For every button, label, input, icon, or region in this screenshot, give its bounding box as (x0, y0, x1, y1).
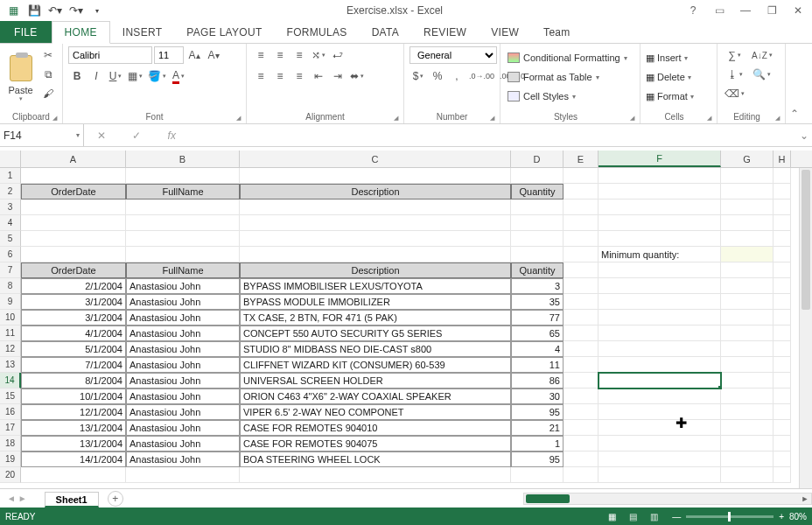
select-all-button[interactable] (0, 150, 21, 167)
qat-customize-icon[interactable]: ▾ (88, 2, 107, 19)
normal-view-icon[interactable]: ▦ (602, 509, 621, 523)
cell[interactable] (598, 215, 721, 231)
cell[interactable] (598, 404, 721, 420)
row-header[interactable]: 1 (0, 168, 21, 184)
merge-center-icon[interactable]: ⬌ (348, 67, 366, 85)
cell[interactable]: Anastasiou John (126, 404, 240, 420)
align-right-icon[interactable]: ≡ (290, 67, 308, 85)
cell[interactable] (564, 404, 598, 420)
col-D[interactable]: D (511, 150, 564, 167)
font-size-input[interactable] (154, 46, 184, 64)
cell[interactable]: Quantity (511, 184, 564, 200)
sheet-nav[interactable]: ◄ ► (0, 494, 34, 503)
row-header[interactable]: 18 (0, 436, 21, 452)
cell[interactable] (564, 231, 598, 247)
cell[interactable]: 3/1/2004 (21, 310, 126, 326)
cell[interactable] (21, 215, 126, 231)
page-break-view-icon[interactable]: ▥ (644, 509, 663, 523)
conditional-formatting-button[interactable]: Conditional Formatting ▾ (506, 49, 629, 66)
cell[interactable] (126, 168, 240, 184)
decrease-indent-icon[interactable]: ⇤ (310, 67, 327, 85)
formula-input[interactable] (189, 124, 796, 146)
cell[interactable] (774, 467, 791, 483)
cell[interactable]: Minimum quantity: (598, 247, 721, 262)
cell[interactable]: 7/1/2004 (21, 357, 126, 373)
cell[interactable]: Anastasiou John (126, 436, 240, 452)
cell[interactable] (564, 278, 598, 294)
cell[interactable]: Anastasiou John (126, 341, 240, 357)
cell[interactable]: 11 (511, 357, 564, 373)
cell[interactable] (598, 184, 721, 200)
cell[interactable]: Anastasiou John (126, 357, 240, 373)
font-name-input[interactable] (68, 46, 152, 64)
cell[interactable] (774, 184, 791, 200)
row-header[interactable]: 2 (0, 184, 21, 200)
cell[interactable] (564, 357, 598, 373)
increase-font-icon[interactable]: A▴ (186, 46, 203, 64)
row-header[interactable]: 15 (0, 388, 21, 404)
cell[interactable]: 4/1/2004 (21, 326, 126, 341)
cell[interactable] (774, 215, 791, 231)
cut-icon[interactable]: ✂ (39, 46, 57, 64)
cell[interactable] (564, 247, 598, 262)
row-header[interactable]: 4 (0, 215, 21, 231)
cell[interactable] (774, 436, 791, 452)
cell[interactable] (774, 262, 791, 278)
cell[interactable]: 1 (511, 436, 564, 452)
cell[interactable]: 5/1/2004 (21, 341, 126, 357)
cell[interactable]: Anastasiou John (126, 326, 240, 341)
cell[interactable] (21, 231, 126, 247)
align-middle-icon[interactable]: ≡ (271, 46, 289, 64)
cell[interactable] (564, 420, 598, 436)
cell[interactable] (598, 467, 721, 483)
cell[interactable] (598, 357, 721, 373)
borders-button[interactable]: ▦ (126, 67, 144, 85)
tab-home[interactable]: HOME (52, 21, 110, 44)
cell[interactable] (774, 420, 791, 436)
cell[interactable] (721, 200, 774, 215)
autosum-icon[interactable]: ∑ (723, 46, 746, 64)
wrap-text-icon[interactable]: ⮐ (329, 46, 346, 64)
cell[interactable] (774, 404, 791, 420)
collapse-ribbon-icon[interactable]: ⌃ (786, 44, 803, 123)
cell[interactable] (774, 326, 791, 341)
cell[interactable]: OrderDate (21, 184, 126, 200)
cell[interactable] (721, 452, 774, 467)
cell[interactable]: 95 (511, 452, 564, 467)
comma-format-icon[interactable]: , (448, 67, 466, 85)
cell[interactable] (240, 467, 511, 483)
help-icon[interactable]: ? (682, 2, 704, 19)
align-top-icon[interactable]: ≡ (252, 46, 270, 64)
cell[interactable]: FullName (126, 262, 240, 278)
vertical-scrollbar[interactable] (799, 168, 812, 488)
cell[interactable]: Anastasiou John (126, 373, 240, 388)
cell-styles-button[interactable]: Cell Styles ▾ (506, 88, 578, 105)
cell[interactable]: 3/1/2004 (21, 294, 126, 310)
row-header[interactable]: 7 (0, 262, 21, 278)
cell[interactable]: Anastasiou John (126, 452, 240, 467)
cell[interactable] (721, 262, 774, 278)
cell[interactable] (721, 404, 774, 420)
row-header[interactable]: 5 (0, 231, 21, 247)
cell[interactable] (126, 200, 240, 215)
cell[interactable] (564, 215, 598, 231)
cell[interactable] (721, 341, 774, 357)
copy-icon[interactable]: ⧉ (39, 66, 57, 83)
cell[interactable] (564, 294, 598, 310)
cell[interactable]: VIPER 6.5' 2-WAY NEO COMPONET (240, 404, 511, 420)
cell[interactable] (240, 200, 511, 215)
cell[interactable] (721, 467, 774, 483)
cell[interactable] (598, 200, 721, 215)
minimize-icon[interactable]: — (735, 2, 756, 19)
horizontal-scrollbar[interactable]: ◄► (523, 493, 812, 505)
sheet-tab-1[interactable]: Sheet1 (45, 492, 99, 508)
cell[interactable] (511, 200, 564, 215)
save-icon[interactable]: 💾 (24, 2, 44, 19)
cell[interactable] (774, 310, 791, 326)
cell[interactable] (240, 247, 511, 262)
col-A[interactable]: A (21, 150, 126, 167)
cell[interactable]: 21 (511, 420, 564, 436)
col-B[interactable]: B (126, 150, 240, 167)
cell[interactable] (721, 215, 774, 231)
row-header[interactable]: 12 (0, 341, 21, 357)
